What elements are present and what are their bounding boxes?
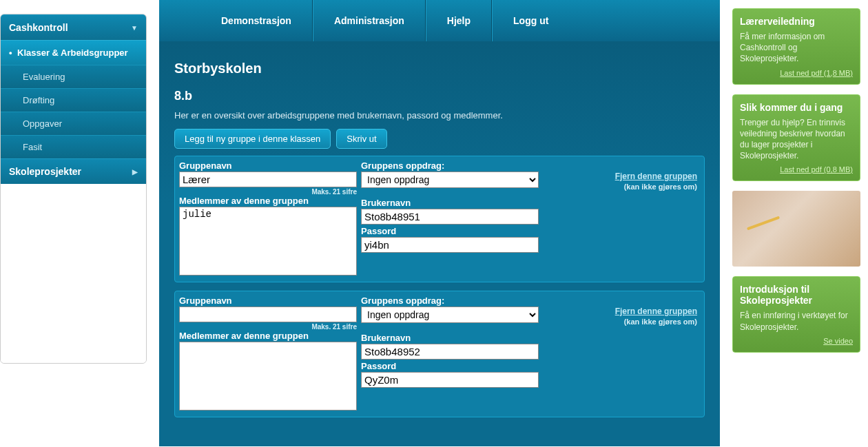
sidebar: Cashkontroll ▼ Klasser & Arbeidsgrupper …	[0, 14, 147, 364]
chevron-right-icon: ▶	[132, 168, 138, 176]
username-input[interactable]	[361, 209, 539, 225]
tab-loggut[interactable]: Logg ut	[492, 0, 569, 41]
print-button[interactable]: Skriv ut	[336, 129, 386, 149]
tab-demonstrasjon[interactable]: Demonstrasjon	[200, 0, 313, 41]
sidebar-item-label: Drøfting	[23, 95, 54, 105]
sidebar-section-label: Skoleprosjekter	[9, 166, 81, 177]
members-textarea[interactable]: julie	[179, 207, 357, 276]
remove-note: (kan ikke gjøres om)	[624, 318, 697, 326]
top-nav: Demonstrasjon Administrasjon Hjelp Logg …	[159, 0, 720, 41]
assignment-select[interactable]: Ingen oppdrag	[361, 171, 539, 188]
max-hint: Maks. 21 sifre	[179, 323, 357, 331]
card-body: Trenger du hjelp? En trinnvis veiledning…	[740, 117, 853, 162]
sidebar-section-skoleprosjekter[interactable]: Skoleprosjekter ▶	[1, 158, 146, 184]
page-title: Storbyskolen	[174, 61, 705, 76]
getting-started-card: Slik kommer du i gang Trenger du hjelp? …	[732, 94, 860, 182]
tab-hjelp[interactable]: Hjelp	[426, 0, 492, 41]
sidebar-item-oppgaver[interactable]: Oppgaver	[1, 112, 146, 135]
username-input[interactable]	[361, 344, 539, 360]
username-label: Brukernavn	[361, 198, 539, 209]
card-body: Få en innføring i verktøyet for Skolepro…	[740, 310, 853, 332]
card-title: Introduksjon til Skoleprosjekter	[740, 284, 853, 306]
tab-label: Hjelp	[447, 15, 471, 26]
group-card: Gruppenavn Maks. 21 sifre Medlemmer av d…	[174, 291, 705, 417]
intro-video-card: Introduksjon til Skoleprosjekter Få en i…	[732, 276, 860, 352]
remove-note: (kan ikke gjøres om)	[624, 183, 697, 191]
promo-image	[732, 191, 860, 267]
sidebar-item-evaluering[interactable]: Evaluering	[1, 65, 146, 88]
card-body: Få mer informasjon om Cashkontroll og Sk…	[740, 31, 853, 65]
right-column: Lærerveiledning Få mer informasjon om Ca…	[732, 8, 860, 446]
sidebar-section-label: Cashkontroll	[9, 22, 68, 33]
tab-administrasjon[interactable]: Administrasjon	[313, 0, 426, 41]
tab-label: Logg ut	[513, 15, 548, 26]
password-label: Passord	[361, 361, 539, 372]
card-title: Lærerveiledning	[740, 16, 853, 27]
groupname-input[interactable]	[179, 171, 357, 187]
sidebar-item-label: Klasser & Arbeidsgrupper	[17, 48, 128, 58]
max-hint: Maks. 21 sifre	[179, 188, 357, 196]
username-label: Brukernavn	[361, 333, 539, 344]
assignment-label: Gruppens oppdrag:	[361, 160, 539, 171]
sidebar-item-label: Fasit	[23, 142, 42, 152]
remove-group-link[interactable]: Fjern denne gruppen	[543, 171, 697, 181]
groupname-label: Gruppenavn	[179, 160, 357, 171]
group-card: Gruppenavn Maks. 21 sifre Medlemmer av d…	[174, 156, 705, 282]
teacher-guide-card: Lærerveiledning Få mer informasjon om Ca…	[732, 8, 860, 85]
password-label: Passord	[361, 226, 539, 237]
card-title: Slik kommer du i gang	[740, 102, 853, 113]
sidebar-empty-area	[1, 184, 146, 363]
chevron-down-icon: ▼	[131, 24, 138, 32]
remove-group-link[interactable]: Fjern denne gruppen	[543, 306, 697, 316]
sidebar-item-fasit[interactable]: Fasit	[1, 135, 146, 158]
watch-video-link[interactable]: Se video	[823, 337, 853, 345]
download-pdf-link[interactable]: Last ned pdf (1,8 MB)	[780, 69, 853, 77]
password-input[interactable]	[361, 237, 539, 253]
password-input[interactable]	[361, 372, 539, 388]
sidebar-section-cashkontroll[interactable]: Cashkontroll ▼	[1, 14, 146, 40]
sidebar-item-drofting[interactable]: Drøfting	[1, 88, 146, 112]
assignment-select[interactable]: Ingen oppdrag	[361, 306, 539, 323]
intro-text: Her er en oversikt over arbeidsgruppene …	[174, 110, 705, 121]
class-name: 8.b	[174, 89, 705, 103]
add-group-button[interactable]: Legg til ny gruppe i denne klassen	[174, 129, 331, 149]
assignment-label: Gruppens oppdrag:	[361, 295, 539, 306]
groupname-label: Gruppenavn	[179, 295, 357, 306]
sidebar-item-label: Oppgaver	[23, 118, 62, 129]
members-label: Medlemmer av denne gruppen	[179, 331, 357, 342]
sidebar-item-klasser[interactable]: Klasser & Arbeidsgrupper	[1, 40, 146, 65]
sidebar-item-label: Evaluering	[23, 72, 65, 82]
groupname-input[interactable]	[179, 306, 357, 322]
members-textarea[interactable]	[179, 342, 357, 410]
download-pdf-link[interactable]: Last ned pdf (0,8 MB)	[780, 165, 853, 174]
main-panel: Storbyskolen 8.b Her er en oversikt over…	[159, 41, 720, 446]
tab-label: Demonstrasjon	[221, 15, 291, 26]
members-label: Medlemmer av denne gruppen	[179, 196, 357, 207]
tab-label: Administrasjon	[334, 15, 404, 26]
